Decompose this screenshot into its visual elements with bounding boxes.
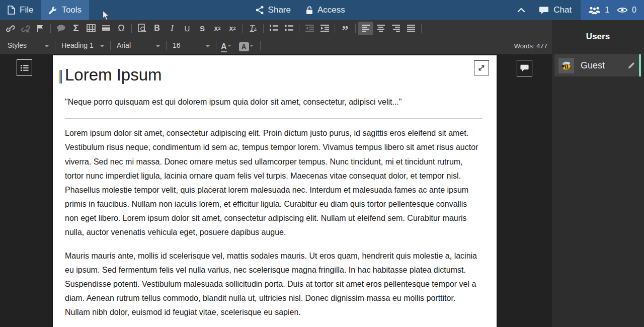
insert-table-button[interactable] <box>84 22 99 35</box>
insert-comment-button[interactable] <box>53 22 68 35</box>
collaborator-caret <box>59 70 62 84</box>
bullet-list-icon <box>284 24 294 32</box>
editor-toolbar: Σ Ω B I U S x2 x2 <box>0 20 552 54</box>
align-right-button[interactable] <box>388 22 404 35</box>
users-panel-title: Users <box>552 20 644 42</box>
viewers-count-button[interactable]: 0 <box>617 6 636 15</box>
styles-dropdown[interactable]: Styles <box>4 38 52 52</box>
preview-icon <box>138 24 146 33</box>
share-button[interactable]: Share <box>248 0 298 20</box>
rename-user-button[interactable] <box>627 62 635 69</box>
share-icon <box>256 6 264 15</box>
align-left-button[interactable] <box>358 22 373 35</box>
align-left-icon <box>361 24 370 32</box>
clear-format-letter: T <box>250 24 254 33</box>
horizontal-rule <box>65 118 482 119</box>
clear-formatting-button[interactable]: Tx <box>246 22 261 35</box>
toolbar-row-icons: Σ Ω B I U S x2 x2 <box>0 20 552 36</box>
collapse-toolbar-button[interactable] <box>511 0 531 20</box>
table-of-contents-button[interactable] <box>17 59 32 76</box>
toolbar-separator <box>355 24 356 33</box>
increase-indent-button[interactable] <box>317 22 332 35</box>
highlight-color-button[interactable]: A <box>237 39 255 52</box>
align-center-icon <box>376 24 385 32</box>
chat-button[interactable]: Chat <box>531 0 581 20</box>
access-button[interactable]: Access <box>298 0 353 20</box>
special-character-button[interactable]: Ω <box>114 22 129 35</box>
bullet-list-button[interactable] <box>281 22 296 35</box>
user-list-item-guest[interactable]: Guest <box>554 54 641 76</box>
chevron-down-icon <box>45 45 49 49</box>
superscript-button[interactable]: x2 <box>225 22 240 35</box>
insert-horizontal-rule-button[interactable] <box>99 22 114 35</box>
toolbar-separator <box>55 41 55 50</box>
document-content: Lorem Ipsum "Neque porro quisquam est qu… <box>65 65 482 319</box>
subscript-button[interactable]: x2 <box>210 22 225 35</box>
italic-label: I <box>171 23 174 33</box>
tools-menu-button[interactable]: Tools <box>41 0 89 20</box>
document-title[interactable]: Lorem Ipsum <box>65 65 482 85</box>
toolbar-separator <box>243 24 243 33</box>
font-size-value: 16 <box>173 41 181 49</box>
superscript-digit: 2 <box>233 26 235 31</box>
chevron-down-icon <box>156 45 160 49</box>
ordered-list-button[interactable] <box>266 22 281 35</box>
toolbar-separator <box>166 41 167 50</box>
users-count-button[interactable]: 1 <box>588 6 609 15</box>
align-center-button[interactable] <box>373 22 388 35</box>
pencil-icon <box>627 62 635 69</box>
document-paragraph[interactable]: Mauris mauris ante, mollis id scelerisqu… <box>65 249 482 320</box>
users-icon <box>588 6 601 15</box>
chevron-down-icon <box>250 45 253 48</box>
highlight-color-icon: A <box>239 42 249 51</box>
chevron-down-icon <box>206 45 210 49</box>
expand-page-button[interactable] <box>474 60 489 75</box>
decrease-indent-button[interactable] <box>302 22 317 35</box>
file-menu-button[interactable]: File <box>0 0 41 20</box>
strikethrough-button[interactable]: S <box>195 22 210 35</box>
italic-button[interactable]: I <box>165 22 180 35</box>
toolbar-separator <box>335 24 335 33</box>
strikethrough-label: S <box>200 24 205 33</box>
toolbar-separator <box>260 41 261 50</box>
print-preview-button[interactable] <box>134 22 149 35</box>
link-icon <box>6 24 15 33</box>
comment-bubble-icon <box>56 24 66 33</box>
font-size-dropdown[interactable]: 16 <box>169 38 213 52</box>
font-family-dropdown[interactable]: Arial <box>113 38 164 52</box>
toolbar-separator <box>299 24 299 33</box>
indent-icon <box>320 24 330 32</box>
chevron-down-icon <box>228 45 231 48</box>
toolbar-separator <box>131 24 132 33</box>
topbar-spacer-right <box>353 0 512 20</box>
font-family-value: Arial <box>117 41 131 49</box>
toolbar-separator <box>263 24 264 33</box>
align-justify-button[interactable] <box>404 22 419 35</box>
align-right-icon <box>391 24 400 32</box>
comments-panel-button[interactable] <box>517 60 532 76</box>
bold-button[interactable]: B <box>149 22 165 35</box>
word-count: Words: 477 <box>514 42 547 50</box>
clear-format-x: x <box>254 26 257 31</box>
viewer-count-value: 0 <box>632 6 636 15</box>
paragraph-format-dropdown[interactable]: Heading 1 <box>58 38 108 52</box>
font-color-button[interactable]: A <box>219 39 233 52</box>
subscript-base: x <box>214 24 218 32</box>
file-icon <box>8 6 15 15</box>
bold-label: B <box>154 24 160 33</box>
remove-link-button[interactable] <box>18 22 33 35</box>
expand-icon <box>477 64 486 72</box>
anchor-flag-button[interactable] <box>33 22 48 35</box>
insert-link-button[interactable] <box>3 22 18 35</box>
tools-icon <box>48 6 57 15</box>
toolbar-row-dropdowns: Styles Heading 1 Arial 16 A A Words: 477 <box>0 36 552 54</box>
blockquote-button[interactable]: ” <box>338 22 353 35</box>
paragraph-format-value: Heading 1 <box>61 41 94 49</box>
document-page[interactable]: Lorem Ipsum "Neque porro quisquam est qu… <box>53 55 497 327</box>
file-menu-label: File <box>20 5 33 15</box>
user-name: Guest <box>574 60 627 71</box>
insert-equation-button[interactable]: Σ <box>68 22 84 35</box>
underline-button[interactable]: U <box>180 22 195 35</box>
document-paragraph[interactable]: Lorem ipsum dolor sit amet, consectetur … <box>65 126 482 239</box>
document-quote[interactable]: "Neque porro quisquam est qui dolorem ip… <box>65 97 482 108</box>
